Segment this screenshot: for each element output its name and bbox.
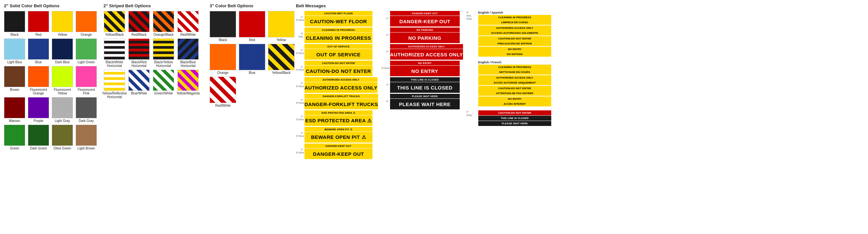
color-swatch	[28, 38, 49, 60]
msg-row-col2: 3" PLEASE WAIT HERE PLEASE WAIT HERE	[381, 94, 463, 109]
color-swatch	[75, 38, 97, 60]
striped-section: 2" Striped Belt Options Yellow/Black Red…	[103, 3, 203, 159]
msg-belt-small: CAUTION-DO NOT ENTER	[305, 61, 372, 65]
msg-row: 2"3"/Xtra ESD PROTECTED AREA ⚠ ESD PROTE…	[296, 110, 378, 126]
msg-belt-container-col2: NO PARKING NO PARKING	[390, 28, 460, 43]
msg-belt-small-col2: THIS LINE IS CLOSED	[390, 77, 460, 82]
solid-color-item: Light Blue	[4, 38, 25, 64]
solid-color-item: Dark Gray	[75, 97, 97, 123]
msg-col-1: 2"3"/Xtra CAUTION-WET FLOOR CAUTION-WET …	[296, 11, 378, 159]
striped-label: Red/Black	[131, 33, 147, 36]
msg-belt-container: CLEANING IN PROGRESS CLEANING IN PROGRES…	[305, 28, 372, 43]
swatch3	[239, 11, 265, 37]
swatch-label: Brown	[10, 88, 19, 92]
striped-item: Yellow/Magenta	[177, 70, 199, 99]
color-swatch	[28, 66, 49, 87]
color3-row: Orange Blue Yellow/Black	[210, 44, 289, 74]
solid-section: 2" Solid Color Belt Options Black Red Ye…	[4, 3, 97, 159]
msg-belt-container: OUT OF SERVICE OUT OF SERVICE	[305, 44, 372, 60]
msg-belt-container: CAUTION-WET FLOOR CAUTION-WET FLOOR	[305, 11, 372, 27]
color3-grid: Black Red Yellow Orange Blue Yellow/Blac…	[210, 11, 289, 107]
color-swatch	[4, 38, 25, 60]
msg-belt-large: CAUTION-DO NOT ENTER	[305, 66, 372, 76]
striped-label: Yellow/Magenta	[177, 92, 200, 95]
msg-belt-container-col2: DANGER-KEEP OUT DANGER-KEEP OUT	[390, 11, 460, 27]
english-french-label: English / French	[478, 61, 551, 64]
striped-section-title: 2" Striped Belt Options	[103, 3, 203, 8]
bilingual-fr-item: NO ENTRY ACCÈS INTERDIT	[478, 96, 551, 106]
striped-label: Yellow/ReflectiveHorizontal	[102, 92, 127, 99]
msg-belt-container: DANGER-KEEP OUT DANGER-KEEP OUT	[305, 143, 372, 159]
swatch-label: Blue	[35, 60, 42, 64]
color3-section-title: 3" Color Belt Options	[210, 3, 289, 8]
swatch3	[210, 44, 236, 70]
swatch-label: Dark Blue	[55, 60, 70, 64]
bilingual-fr-line2: ATTENTION-NE PAS ENTRER	[478, 91, 551, 96]
msg-belt-small: BEWARE OPEN PIT ⚠	[305, 127, 372, 132]
msg-belt-container: CAUTION-DO NOT ENTER CAUTION-DO NOT ENTE…	[305, 61, 372, 76]
msg-belt-large: AUTHORIZED ACCESS ONLY	[305, 82, 377, 93]
msg-size-col2: 2"	[381, 51, 389, 53]
striped-label: Green/White	[154, 92, 173, 95]
solid-section-title: 2" Solid Color Belt Options	[4, 3, 97, 8]
bilingual-line1: AUTHORIZED ACCESS ONLY	[478, 26, 551, 31]
msg-row: 2"3"/Xtra OUT OF SERVICE OUT OF SERVICE	[296, 44, 378, 60]
bilingual-fr-line1: CLEANING IN PROGRESS	[478, 65, 551, 70]
color3-item: Yellow/Black	[268, 44, 294, 74]
striped-item: Orange/Black	[153, 11, 175, 36]
bilingual-line1: CLEANING IN PROGRESS	[478, 15, 551, 20]
striped-swatch	[128, 11, 150, 32]
msg-belt-container: ESD PROTECTED AREA ⚠ ESD PROTECTED AREA …	[305, 110, 372, 126]
messages-section: Belt Messages 2"3"/Xtra CAUTION-WET FLOO…	[296, 3, 864, 159]
striped-label: Black/WhiteHorizontal	[106, 60, 123, 68]
color-swatch	[4, 125, 25, 146]
msg-size: 2"3"/Xtra	[296, 132, 303, 138]
caution-belt-item: PLEASE WAIT HERE	[478, 121, 551, 126]
bilingual-header-group: English / Spanish CLEANING IN PROGRESS L…	[478, 11, 551, 57]
bilingual-item: CLEANING IN PROGRESS LIMPIEZA EN CURSO	[478, 15, 551, 25]
msg-belt-large-col2: NO ENTRY	[390, 66, 460, 76]
striped-label: Black/RedHorizontal	[131, 60, 147, 68]
striped-swatch	[153, 70, 174, 91]
color3-item: Red	[239, 11, 265, 42]
caution-belt-item: CAUTION-DO NOT ENTER	[478, 110, 551, 115]
msg-row-col2: 2" NO PARKING NO PARKING	[381, 28, 463, 43]
msg-size-col2: 2"	[381, 83, 389, 87]
msg-row: 2"3"/Xtra DANGER-KEEP OUT DANGER-KEEP OU…	[296, 143, 378, 159]
swatch-label: Light Gray	[55, 119, 70, 123]
striped-item: Black/RedHorizontal	[128, 38, 150, 68]
msg-size: 2"3"/Xtra	[296, 99, 303, 105]
msg-size: 2"3"/Xtra	[296, 115, 303, 121]
msg-belt-small-col2: DANGER-KEEP OUT	[390, 11, 460, 15]
color-swatch	[75, 125, 97, 146]
msg-row: 2"3"/Xtra DANGER-FORKLIFT TRUCKS DANGER-…	[296, 94, 378, 109]
msg-belt-large-col2: NO PARKING	[390, 32, 460, 43]
striped-item: Black/YellowHorizontal	[153, 38, 175, 68]
swatch-label: Green	[10, 146, 19, 150]
msg-belt-small-col2: AUTHORIZED ACCESS ONLY	[390, 44, 463, 49]
msg-belt-container-col2: THIS LINE IS CLOSED THIS LINE IS CLOSED	[390, 77, 460, 93]
msg-row: 2"3"/Xtra AUTHORIZED ACCESS ONLY AUTHORI…	[296, 77, 378, 93]
bilingual-line2: LIMPIEZA EN CURSO	[478, 20, 551, 25]
msg-belt-small: AUTHORIZED ACCESS ONLY	[305, 77, 377, 82]
bilingual-item: AUTHORIZED ACCESS ONLY ACCESO AUTORIZADO…	[478, 26, 551, 35]
msg-row: 2"3"/Xtra BEWARE OPEN PIT ⚠ BEWARE OPEN …	[296, 127, 378, 142]
bilingual-fr-line2: ACCÈS AUTORISÉ UNIQUEMENT	[478, 80, 551, 85]
striped-swatch	[153, 38, 174, 60]
msg-row: 3"Xtra CLEANING IN PROGRESS CLEANING IN …	[296, 28, 378, 43]
striped-swatch	[153, 11, 174, 32]
caution-items: CAUTION-DO NOT ENTER THIS LINE IS CLOSED…	[478, 110, 551, 126]
solid-color-item: Green	[4, 125, 25, 150]
msg-row: 2"3"/Xtra CAUTION-DO NOT ENTER CAUTION-D…	[296, 61, 378, 76]
english-spanish-label: English / Spanish	[478, 11, 551, 14]
striped-item: Red/Black	[128, 11, 150, 36]
color3-item: Blue	[239, 44, 265, 74]
solid-color-item: Maroon	[4, 97, 25, 123]
bilingual-fr-line1: CAUTION-DO NOT ENTER	[478, 86, 551, 91]
color-swatch	[4, 66, 25, 87]
bilingual-fr-line2: NETTOYAGE EN COURS	[478, 70, 551, 74]
bilingual-fr-line2: ACCÈS INTERDIT	[478, 101, 551, 106]
bilingual-line2: ACCESO AUTORIZADO SOLAMENTE	[478, 31, 551, 35]
msg-belt-small: ESD PROTECTED AREA ⚠	[305, 110, 372, 115]
main-container: 2" Solid Color Belt Options Black Red Ye…	[0, 0, 868, 162]
